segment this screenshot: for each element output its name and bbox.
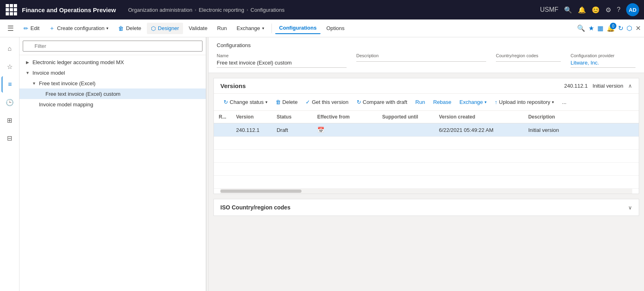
validate-label: Validate	[189, 25, 207, 31]
provider-label: Configuration provider	[571, 53, 635, 58]
hamburger-button[interactable]: ☰	[3, 22, 18, 35]
apps-grid-button[interactable]	[5, 3, 18, 16]
iso-section-header[interactable]: ISO Country/region codes ∨	[214, 199, 639, 216]
rebase-button[interactable]: Rebase	[430, 97, 454, 107]
notifications-icon[interactable]: 🔔	[578, 6, 586, 14]
upload-icon: ↑	[495, 99, 498, 105]
col-header-status: Status	[272, 111, 312, 123]
col-header-supported: Supported until	[377, 111, 434, 123]
tree-item-invoice-model[interactable]: ▼ Invoice model	[19, 67, 206, 78]
description-field: Description	[356, 53, 486, 68]
table-row[interactable]: 240.112.1 Draft 📅 6/22/2021 05:49:22 AM …	[214, 123, 639, 137]
name-value[interactable]: Free text invoice (Excel) custom	[217, 60, 347, 68]
search-icon[interactable]: 🔍	[564, 6, 572, 14]
nav-grid-icon[interactable]: ⊞	[2, 112, 18, 128]
top-bar-actions: USMF 🔍 🔔 😊 ⚙ ? AD	[540, 3, 639, 16]
vtb-exchange-button[interactable]: Exchange ▾	[456, 97, 490, 107]
horizontal-scrollbar[interactable]	[220, 189, 632, 194]
cmd-separator	[271, 24, 272, 33]
tree-label-invoice-mapping: Invoice model mapping	[39, 101, 93, 108]
version-toolbar: ↻ Change status ▾ 🗑 Delete ✓ Get this ve…	[214, 94, 639, 111]
edit-button[interactable]: ✏ Edit	[19, 23, 43, 34]
close-icon[interactable]: ✕	[635, 24, 641, 32]
col-header-version: Version	[231, 111, 272, 123]
cmd-right: 🔍 ★ ▦ 🔔 0 ↻ ⬡ ✕	[577, 24, 641, 32]
emoji-icon[interactable]: 😊	[592, 6, 600, 14]
options-tab[interactable]: Options	[322, 23, 349, 34]
tree-toggle-free-text-custom	[37, 91, 44, 97]
exchange-label: Exchange	[237, 25, 260, 31]
compare-with-draft-button[interactable]: ↻ Compare with draft	[353, 97, 411, 107]
change-status-icon: ↻	[224, 99, 228, 105]
iso-chevron-icon: ∨	[628, 205, 632, 211]
rebase-label: Rebase	[433, 99, 451, 105]
tree-item-free-text-custom[interactable]: Free text invoice (Excel) custom	[19, 88, 206, 99]
run-label: Run	[217, 25, 227, 31]
notification-count: 0	[610, 23, 616, 29]
nav-clock-icon[interactable]: 🕒	[2, 94, 18, 110]
get-this-version-button[interactable]: ✓ Get this version	[302, 97, 351, 107]
tree-item-free-text-excel[interactable]: ▼ Free text invoice (Excel)	[19, 78, 206, 88]
nav-list-icon[interactable]: ≡	[2, 76, 18, 93]
tree-toggle-free-text-excel[interactable]: ▼	[31, 80, 37, 86]
col-header-r: R...	[214, 111, 231, 123]
provider-value[interactable]: Litware, Inc.	[571, 60, 635, 68]
versions-collapse-button[interactable]: ∧	[628, 83, 632, 89]
exchange-button[interactable]: Exchange ▾	[233, 23, 268, 34]
delete-button[interactable]: 🗑 Delete	[114, 23, 145, 34]
nav-star-icon[interactable]: ☆	[2, 58, 18, 75]
cmd-search-icon[interactable]: 🔍	[577, 24, 585, 32]
breadcrumb-configurations[interactable]: Configurations	[250, 7, 284, 13]
country-label: Country/region codes	[496, 53, 561, 58]
create-configuration-button[interactable]: ＋ Create configuration ▾	[45, 22, 112, 34]
nav-rows-icon[interactable]: ⊟	[2, 130, 18, 146]
content-breadcrumb: Configurations	[217, 42, 636, 48]
country-value[interactable]	[496, 60, 561, 62]
command-bar: ☰ ✏ Edit ＋ Create configuration ▾ 🗑 Dele…	[0, 19, 644, 37]
upload-repo-button[interactable]: ↑ Upload into repository ▾	[491, 97, 557, 107]
edit-icon: ✏	[24, 25, 28, 32]
breadcrumb-electronic-reporting[interactable]: Electronic reporting	[199, 7, 244, 13]
cell-description: Initial version	[523, 123, 639, 137]
more-button[interactable]: ...	[559, 97, 570, 107]
designer-button[interactable]: ⬡ Designer	[147, 23, 183, 34]
calendar-icon[interactable]: 📅	[317, 127, 324, 133]
change-status-button[interactable]: ↻ Change status ▾	[220, 97, 271, 107]
side-panel-icon[interactable]: ▦	[597, 24, 603, 32]
favorites-icon[interactable]: ★	[588, 24, 594, 32]
compare-label: Compare with draft	[363, 99, 407, 105]
tree-item-invoice-mapping[interactable]: Invoice model mapping	[19, 99, 206, 110]
tree-toggle-elec-ledger[interactable]: ▶	[24, 59, 31, 65]
validate-button[interactable]: Validate	[185, 23, 211, 34]
tree-item-elec-ledger[interactable]: ▶ Electronic ledger accounting model MX	[19, 57, 206, 67]
table-row-empty-1	[214, 137, 639, 150]
upload-chevron: ▾	[552, 100, 554, 104]
designer-icon: ⬡	[151, 25, 156, 32]
help-icon[interactable]: ?	[617, 6, 620, 13]
cell-status: Draft	[272, 123, 312, 137]
breadcrumb-org-admin[interactable]: Organization administration	[128, 7, 192, 13]
run-button[interactable]: Run	[213, 23, 231, 34]
tree-label-free-text-excel: Free text invoice (Excel)	[39, 80, 95, 86]
open-new-icon[interactable]: ⬡	[627, 24, 632, 32]
compare-icon: ↻	[357, 99, 361, 105]
vtb-run-button[interactable]: Run	[412, 97, 429, 107]
tree-panel: 🔍 ▶ Electronic ledger accounting model M…	[19, 37, 206, 291]
tree-filter-area: 🔍	[19, 37, 206, 55]
scrollbar-thumb[interactable]	[220, 190, 302, 193]
filter-wrap: 🔍	[23, 41, 202, 52]
vtb-delete-button[interactable]: 🗑 Delete	[272, 97, 301, 107]
settings-icon[interactable]: ⚙	[605, 6, 611, 14]
refresh-icon[interactable]: ↻	[618, 24, 623, 32]
configurations-tab[interactable]: Configurations	[275, 22, 321, 34]
nav-home-icon[interactable]: ⌂	[2, 41, 18, 57]
user-avatar[interactable]: AD	[626, 3, 639, 16]
filter-input[interactable]	[23, 41, 202, 52]
version-table-wrap: R... Version Status Effective from Suppo…	[214, 111, 639, 189]
description-value[interactable]	[356, 60, 486, 62]
nav-sidebar: ⌂ ☆ ≡ 🕒 ⊞ ⊟	[0, 37, 19, 291]
tree-toggle-invoice-model[interactable]: ▼	[24, 69, 31, 76]
change-status-chevron: ▾	[265, 100, 267, 104]
grid-icon	[6, 4, 17, 15]
create-config-label: Create configuration	[57, 25, 104, 31]
